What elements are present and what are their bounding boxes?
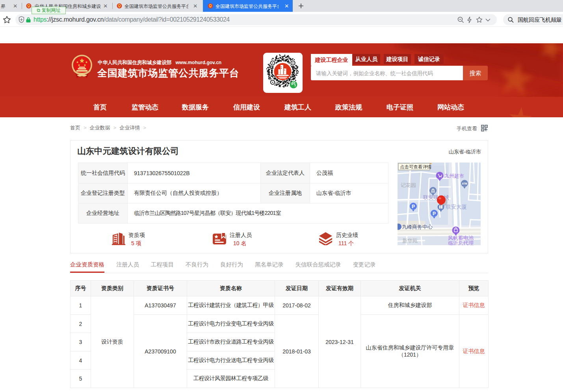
svg-text:联安大厦: 联安大厦: [446, 204, 467, 210]
svg-text:点击可查看详情: 点击可查看详情: [400, 165, 432, 169]
svg-text:临沂总代理: 临沂总代理: [448, 240, 474, 245]
svg-text:新华苑: 新华苑: [402, 238, 418, 244]
svg-text:记花园: 记花园: [401, 182, 416, 188]
svg-text:九峰商务中心: 九峰商务中心: [402, 224, 433, 230]
svg-text:九州超市: 九州超市: [444, 173, 464, 179]
svg-text:ATM: ATM: [462, 182, 467, 185]
svg-text:P: P: [433, 211, 436, 216]
svg-text:P: P: [412, 204, 415, 209]
